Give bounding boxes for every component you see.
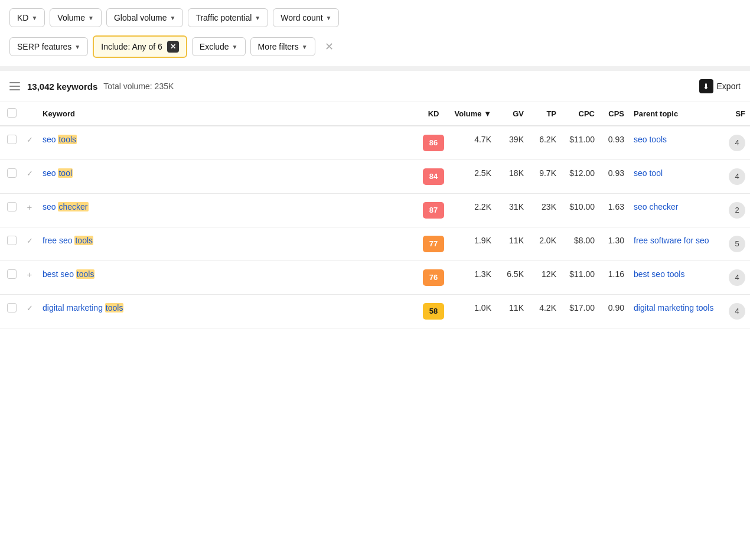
keyword-highlight: checker xyxy=(58,202,88,211)
row-sf-cell: 4 xyxy=(723,261,750,295)
kd-chevron-icon: ▼ xyxy=(31,15,37,21)
exclude-chevron-icon: ▼ xyxy=(232,44,238,50)
keywords-count: 13,042 keywords xyxy=(27,82,97,92)
row-gv-cell: 11K xyxy=(496,295,529,328)
row-checkbox[interactable] xyxy=(7,269,17,279)
row-status-icon-cell: ✓ xyxy=(21,295,38,328)
row-gv-cell: 6.5K xyxy=(496,261,529,295)
checkmark-icon[interactable]: ✓ xyxy=(27,304,33,312)
row-kd-cell: 87 xyxy=(418,194,450,227)
keyword-link[interactable]: seo checker xyxy=(43,202,89,211)
keyword-link[interactable]: free seo tools xyxy=(43,236,93,245)
parent-topic-link[interactable]: seo checker xyxy=(634,202,678,211)
exclude-filter-button[interactable]: Exclude ▼ xyxy=(192,37,246,56)
row-cpc-cell: $10.00 xyxy=(561,194,599,227)
row-kd-cell: 84 xyxy=(418,160,450,194)
parent-topic-link[interactable]: free software for seo xyxy=(634,236,709,245)
keyword-link[interactable]: best seo tools xyxy=(43,269,94,279)
row-checkbox-cell xyxy=(0,261,21,295)
checkmark-icon[interactable]: ✓ xyxy=(27,236,33,245)
more-filters-button[interactable]: More filters ▼ xyxy=(250,37,315,56)
parent-topic-link[interactable]: digital marketing tools xyxy=(634,303,713,312)
row-volume-cell: 1.0K xyxy=(450,295,496,328)
table-row: +best seo tools761.3K6.5K12K$11.001.16be… xyxy=(0,261,750,295)
plus-icon[interactable]: + xyxy=(27,269,32,279)
parent-topic-link[interactable]: seo tools xyxy=(634,135,667,144)
select-all-checkbox[interactable] xyxy=(7,108,17,118)
export-button[interactable]: ⬇ Export xyxy=(699,79,741,93)
row-checkbox[interactable] xyxy=(7,168,17,178)
checkmark-icon[interactable]: ✓ xyxy=(27,135,33,144)
row-parent-topic-cell: digital marketing tools xyxy=(629,295,723,328)
menu-lines-icon[interactable] xyxy=(9,82,20,90)
row-cps-cell: 0.93 xyxy=(599,160,629,194)
row-tp-cell: 23K xyxy=(529,194,561,227)
plus-icon[interactable]: + xyxy=(27,202,32,212)
keyword-link[interactable]: digital marketing tools xyxy=(43,303,123,312)
row-cpc-cell: $11.00 xyxy=(561,261,599,295)
row-volume-cell: 4.7K xyxy=(450,126,496,160)
parent-topic-link[interactable]: best seo tools xyxy=(634,269,684,279)
row-checkbox[interactable] xyxy=(7,236,17,245)
section-divider xyxy=(0,66,750,71)
row-kd-cell: 58 xyxy=(418,295,450,328)
keyword-highlight: tools xyxy=(58,135,77,144)
parent-topic-link[interactable]: seo tool xyxy=(634,168,663,178)
row-sf-cell: 2 xyxy=(723,194,750,227)
table-row: ✓digital marketing tools581.0K11K4.2K$17… xyxy=(0,295,750,328)
kd-filter-button[interactable]: KD ▼ xyxy=(9,8,45,27)
row-cps-cell: 1.30 xyxy=(599,227,629,261)
word-count-filter-button[interactable]: Word count ▼ xyxy=(273,8,339,27)
global-volume-filter-button[interactable]: Global volume ▼ xyxy=(106,8,183,27)
kd-badge: 77 xyxy=(423,236,444,252)
row-kd-cell: 86 xyxy=(418,126,450,160)
bottom-filter-bar: SERP features ▼ Include: Any of 6 ✕ Excl… xyxy=(0,35,750,66)
row-parent-topic-cell: seo tools xyxy=(629,126,723,160)
kd-badge: 84 xyxy=(423,168,444,185)
include-filter-button[interactable]: Include: Any of 6 ✕ xyxy=(93,35,187,58)
traffic-potential-filter-button[interactable]: Traffic potential ▼ xyxy=(188,8,268,27)
row-checkbox[interactable] xyxy=(7,135,17,144)
kd-badge: 87 xyxy=(423,202,444,219)
row-gv-cell: 11K xyxy=(496,227,529,261)
table-row: ✓free seo tools771.9K11K2.0K$8.001.30fre… xyxy=(0,227,750,261)
header-tp: TP xyxy=(529,102,561,126)
row-keyword-cell: seo tool xyxy=(38,160,418,194)
volume-filter-button[interactable]: Volume ▼ xyxy=(50,8,102,27)
total-volume: Total volume: 235K xyxy=(103,82,699,91)
keyword-link[interactable]: seo tool xyxy=(43,168,73,178)
row-cpc-cell: $12.00 xyxy=(561,160,599,194)
row-kd-cell: 77 xyxy=(418,227,450,261)
volume-chevron-icon: ▼ xyxy=(88,15,94,21)
row-parent-topic-cell: free software for seo xyxy=(629,227,723,261)
row-cps-cell: 0.93 xyxy=(599,126,629,160)
keyword-highlight: tools xyxy=(74,236,93,245)
row-cpc-cell: $11.00 xyxy=(561,126,599,160)
include-filter-close-icon[interactable]: ✕ xyxy=(167,41,179,53)
more-filters-label: More filters xyxy=(258,42,299,51)
row-volume-cell: 2.2K xyxy=(450,194,496,227)
header-sf: SF xyxy=(723,102,750,126)
row-keyword-cell: digital marketing tools xyxy=(38,295,418,328)
row-sf-cell: 4 xyxy=(723,295,750,328)
keyword-highlight: tools xyxy=(105,303,124,312)
row-parent-topic-cell: seo checker xyxy=(629,194,723,227)
keyword-link[interactable]: seo tools xyxy=(43,135,77,144)
clear-all-filters-button[interactable]: ✕ xyxy=(320,38,338,56)
row-sf-cell: 4 xyxy=(723,160,750,194)
row-gv-cell: 39K xyxy=(496,126,529,160)
row-checkbox-cell xyxy=(0,126,21,160)
row-tp-cell: 2.0K xyxy=(529,227,561,261)
row-checkbox-cell xyxy=(0,295,21,328)
row-sf-cell: 4 xyxy=(723,126,750,160)
keyword-highlight: tools xyxy=(76,269,95,279)
row-checkbox-cell xyxy=(0,194,21,227)
sf-badge: 4 xyxy=(729,269,745,286)
header-volume[interactable]: Volume ▼ xyxy=(450,102,496,126)
serp-features-filter-button[interactable]: SERP features ▼ xyxy=(9,37,88,56)
more-filters-chevron-icon: ▼ xyxy=(302,44,308,50)
checkmark-icon[interactable]: ✓ xyxy=(27,169,33,178)
table-row: +seo checker872.2K31K23K$10.001.63seo ch… xyxy=(0,194,750,227)
row-checkbox[interactable] xyxy=(7,303,17,312)
row-checkbox[interactable] xyxy=(7,202,17,211)
